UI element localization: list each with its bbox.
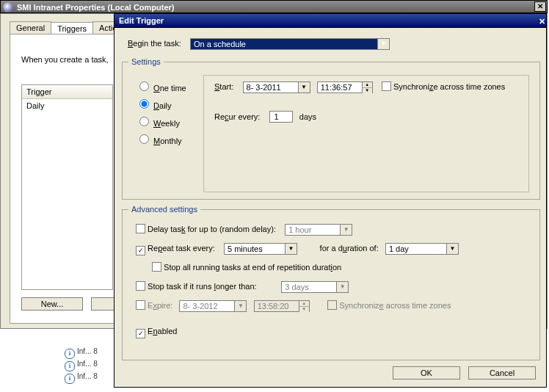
schedule-inner-panel: Start: 8- 3-2011 ▼ 11:36:57 ▲▼ Synchroni… <box>203 75 529 192</box>
stop-longer-checkbox[interactable] <box>136 281 145 291</box>
tab-general[interactable]: General <box>10 21 51 34</box>
enabled-checkbox[interactable]: ✓ <box>136 329 145 338</box>
spinner-icon: ▲▼ <box>362 82 372 92</box>
repeat-label: Repeat task every: <box>148 244 215 253</box>
chevron-down-icon: ▼ <box>340 225 352 235</box>
trigger-list[interactable]: Trigger Daily <box>21 84 113 290</box>
expire-date-picker: 8- 3-2012 ▼ <box>179 300 247 312</box>
delay-checkbox[interactable] <box>136 224 145 233</box>
cancel-button[interactable]: Cancel <box>468 366 536 380</box>
delay-label: Delay task for up to (random delay): <box>148 225 276 233</box>
radio-daily[interactable]: Daily <box>136 97 186 115</box>
expire-label: Expire: <box>148 301 172 310</box>
info-icon: i <box>65 361 75 371</box>
radio-monthly[interactable]: Monthly <box>136 132 186 150</box>
delay-dropdown: 1 hour ▼ <box>285 224 352 236</box>
schedule-radios: One time Daily Weekly Monthly <box>136 79 186 150</box>
edit-trigger-dialog: Edit Trigger ✕ Begin the task: On a sche… <box>114 13 547 388</box>
chevron-down-icon: ▼ <box>377 39 389 49</box>
stop-at-end-label: Stop all running tasks at end of repetit… <box>164 263 341 272</box>
stop-longer-dropdown: 3 days ▼ <box>281 281 349 293</box>
stop-at-end-checkbox[interactable] <box>152 262 161 272</box>
advanced-settings-group: Advanced settings Delay task for up to (… <box>122 205 540 360</box>
chevron-down-icon: ▼ <box>298 82 310 92</box>
info-icon: i <box>65 349 75 359</box>
settings-legend: Settings <box>128 57 164 66</box>
advanced-legend: Advanced settings <box>128 205 200 214</box>
radio-onetime[interactable]: One time <box>136 79 186 97</box>
new-trigger-button[interactable]: New... <box>21 297 83 311</box>
close-icon[interactable]: ✕ <box>539 15 545 28</box>
chevron-down-icon: ▼ <box>336 282 348 292</box>
chevron-down-icon: ▼ <box>234 301 246 311</box>
start-time-picker[interactable]: 11:36:57 ▲▼ <box>317 81 373 93</box>
close-icon[interactable]: ✕ <box>534 1 546 12</box>
expire-sync-label: Synchronize across time zones <box>339 301 451 310</box>
parent-title: SMI Intranet Properties (Local Computer) <box>17 3 175 12</box>
app-icon <box>3 2 13 12</box>
ok-button[interactable]: OK <box>393 366 460 380</box>
edit-trigger-titlebar: Edit Trigger ✕ <box>114 14 546 28</box>
expire-checkbox[interactable] <box>136 300 145 310</box>
settings-group: Settings One time Daily Weekly Monthly S… <box>122 57 540 200</box>
duration-label: for a duration of: <box>320 244 379 253</box>
start-label: Start: <box>214 82 233 91</box>
sync-timezones-label: Synchronize across time zones <box>393 82 505 91</box>
duration-dropdown[interactable]: 1 day ▼ <box>385 243 459 255</box>
trigger-row-daily[interactable]: Daily <box>22 99 112 112</box>
trigger-column-header: Trigger <box>22 85 112 99</box>
begin-task-label: Begin the task: <box>128 39 181 48</box>
enabled-label: Enabled <box>148 327 177 335</box>
expire-sync-checkbox <box>327 300 337 310</box>
sync-timezones-checkbox[interactable] <box>382 81 391 91</box>
parent-titlebar: SMI Intranet Properties (Local Computer)… <box>0 0 548 13</box>
chevron-down-icon: ▼ <box>285 244 297 254</box>
recur-days-input[interactable]: 1 <box>269 111 293 123</box>
begin-task-dropdown[interactable]: On a schedule ▼ <box>190 38 390 50</box>
edit-trigger-title: Edit Trigger <box>119 16 164 25</box>
repeat-checkbox[interactable]: ✓ <box>136 246 145 255</box>
expire-time-picker: 13:58:20 ▲▼ <box>254 300 310 312</box>
stop-longer-label: Stop task if it runs longer than: <box>148 282 257 291</box>
start-date-picker[interactable]: 8- 3-2011 ▼ <box>243 81 310 93</box>
radio-weekly[interactable]: Weekly <box>136 115 186 132</box>
repeat-interval-dropdown[interactable]: 5 minutes ▼ <box>224 243 297 255</box>
background-event-rows: iInf... 8 iInf... 8 iInf... 8 <box>65 346 98 384</box>
recur-unit: days <box>299 112 316 121</box>
recur-label: Recur every: <box>214 112 260 121</box>
chevron-down-icon: ▼ <box>446 244 458 254</box>
triggers-description: When you create a task, <box>21 55 109 64</box>
tab-triggers[interactable]: Triggers <box>51 22 93 35</box>
spinner-icon: ▲▼ <box>299 301 309 311</box>
info-icon: i <box>65 374 75 384</box>
